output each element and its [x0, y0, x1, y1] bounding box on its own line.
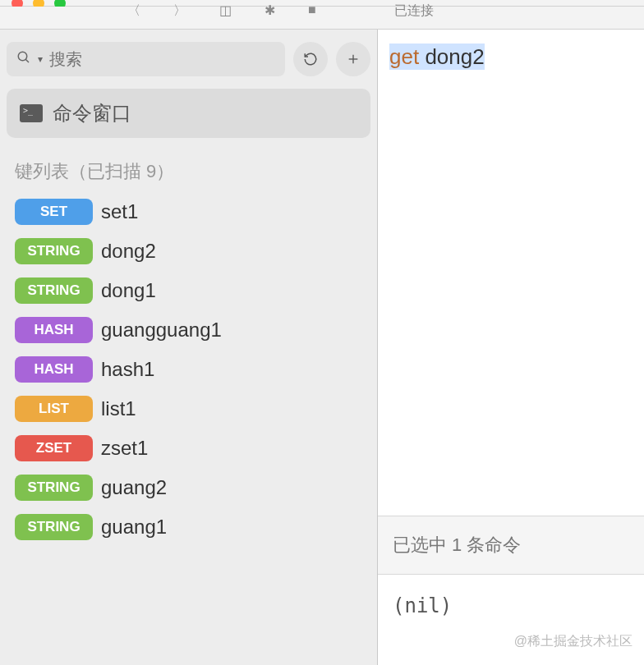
command-window-item[interactable]: >_ 命令窗口 [7, 89, 370, 138]
key-row[interactable]: STRINGdong2 [0, 232, 377, 271]
chevron-down-icon[interactable]: ▾ [38, 53, 43, 65]
key-row[interactable]: LISTlist1 [0, 389, 377, 429]
type-badge: LIST [15, 396, 93, 422]
stop-icon[interactable]: ■ [308, 2, 316, 20]
terminal-icon: >_ [20, 104, 43, 122]
type-badge: STRING [15, 277, 93, 304]
key-name: zset1 [101, 437, 148, 460]
connection-status: 已连接 [394, 2, 434, 20]
type-badge: STRING [15, 514, 93, 540]
keylist-header: 键列表（已扫描 9） [0, 151, 377, 192]
settings-icon[interactable]: ✱ [264, 2, 275, 20]
search-box[interactable]: ▾ [7, 42, 285, 76]
type-badge: STRING [15, 475, 93, 501]
toolbar: 〈 〉 ◫ ✱ ■ 已连接 [0, 7, 644, 30]
key-name: dong2 [101, 240, 156, 263]
back-icon[interactable]: 〈 [127, 2, 140, 20]
type-badge: SET [15, 199, 93, 225]
add-button[interactable] [336, 42, 370, 76]
command-window-label: 命令窗口 [53, 100, 131, 126]
svg-line-1 [25, 59, 29, 62]
key-name: guang1 [101, 516, 167, 539]
key-name: set1 [101, 200, 138, 223]
key-name: guang2 [101, 476, 167, 499]
watermark: @稀土掘金技术社区 [514, 633, 632, 650]
key-name: list1 [101, 397, 136, 420]
sidebar-toggle-icon[interactable]: ◫ [219, 2, 232, 20]
key-row[interactable]: STRINGguang1 [0, 507, 377, 547]
search-icon [16, 50, 31, 69]
key-row[interactable]: ZSETzset1 [0, 429, 377, 468]
key-name: dong1 [101, 279, 156, 302]
titlebar [0, 0, 644, 7]
sidebar: ▾ >_ 命令窗口 键列表（已扫描 9） SETset1STRINGdong2S… [0, 30, 378, 665]
key-name: guangguang1 [101, 319, 222, 342]
key-row[interactable]: STRINGdong1 [0, 271, 377, 310]
type-badge: STRING [15, 238, 93, 264]
svg-point-0 [18, 52, 27, 61]
type-badge: ZSET [15, 435, 93, 461]
command-display[interactable]: get dong2 [378, 30, 644, 516]
refresh-button[interactable] [293, 42, 328, 76]
selection-status: 已选中 1 条命令 [378, 516, 644, 575]
type-badge: HASH [15, 356, 93, 383]
key-row[interactable]: HASHhash1 [0, 350, 377, 389]
result-output: (nil) [378, 575, 644, 665]
search-input[interactable] [49, 50, 275, 69]
forward-icon[interactable]: 〉 [173, 2, 186, 20]
key-row[interactable]: STRINGguang2 [0, 468, 377, 507]
content-area: get dong2 已选中 1 条命令 (nil) [378, 30, 644, 665]
type-badge: HASH [15, 317, 93, 343]
key-row[interactable]: HASHguangguang1 [0, 310, 377, 350]
command-keyword: get [389, 44, 419, 69]
key-name: hash1 [101, 358, 154, 381]
command-arg: dong2 [425, 44, 484, 69]
key-row[interactable]: SETset1 [0, 192, 377, 232]
